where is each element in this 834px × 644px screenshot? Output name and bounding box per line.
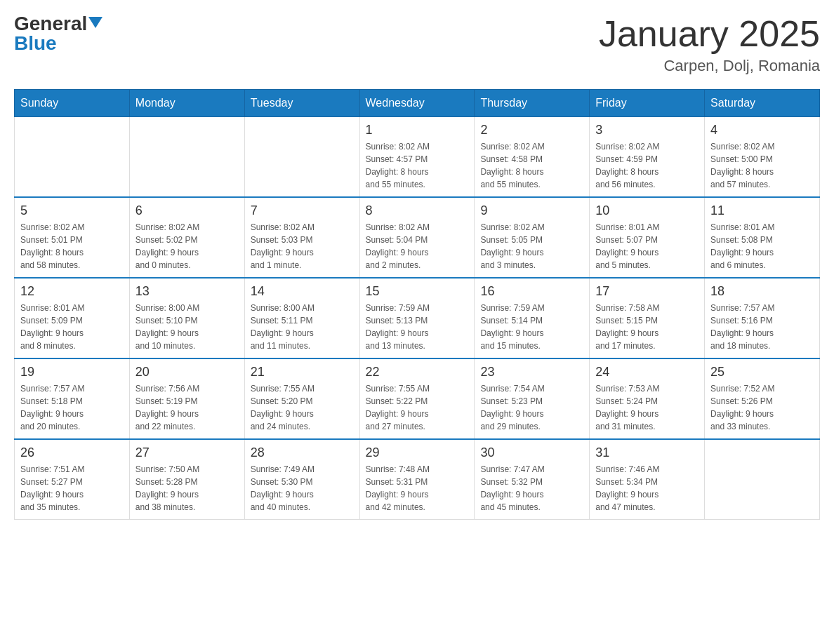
day-number: 5 (20, 203, 124, 218)
calendar-header-friday: Friday (590, 90, 705, 117)
day-number: 25 (710, 365, 814, 380)
month-title: January 2025 (599, 14, 820, 54)
day-info: Sunrise: 7:47 AM Sunset: 5:32 PM Dayligh… (480, 463, 583, 514)
day-number: 31 (595, 445, 699, 460)
calendar-header-saturday: Saturday (705, 90, 820, 117)
calendar-cell: 1Sunrise: 8:02 AM Sunset: 4:57 PM Daylig… (359, 117, 475, 198)
day-number: 12 (20, 284, 124, 299)
day-info: Sunrise: 8:02 AM Sunset: 5:04 PM Dayligh… (366, 221, 469, 271)
location: Carpen, Dolj, Romania (599, 57, 820, 75)
day-info: Sunrise: 7:56 AM Sunset: 5:19 PM Dayligh… (135, 382, 239, 433)
day-number: 24 (595, 365, 699, 380)
logo-triangle-icon (88, 17, 102, 28)
day-info: Sunrise: 8:02 AM Sunset: 5:00 PM Dayligh… (710, 140, 814, 191)
calendar-cell: 14Sunrise: 8:00 AM Sunset: 5:11 PM Dayli… (244, 278, 359, 358)
calendar-cell: 21Sunrise: 7:55 AM Sunset: 5:20 PM Dayli… (244, 358, 359, 439)
calendar-header-thursday: Thursday (475, 90, 590, 117)
calendar-cell: 13Sunrise: 8:00 AM Sunset: 5:10 PM Dayli… (129, 278, 244, 358)
calendar-cell: 3Sunrise: 8:02 AM Sunset: 4:59 PM Daylig… (590, 117, 705, 198)
day-info: Sunrise: 7:53 AM Sunset: 5:24 PM Dayligh… (595, 382, 699, 433)
calendar-cell (705, 439, 820, 520)
day-info: Sunrise: 7:52 AM Sunset: 5:26 PM Dayligh… (710, 382, 814, 433)
calendar-week-row: 1Sunrise: 8:02 AM Sunset: 4:57 PM Daylig… (15, 117, 820, 198)
day-number: 7 (251, 203, 354, 218)
calendar-week-row: 19Sunrise: 7:57 AM Sunset: 5:18 PM Dayli… (15, 358, 820, 439)
calendar-cell: 16Sunrise: 7:59 AM Sunset: 5:14 PM Dayli… (475, 278, 590, 358)
day-number: 14 (251, 284, 354, 299)
calendar-cell (129, 117, 244, 198)
day-number: 18 (710, 284, 814, 299)
day-number: 6 (135, 203, 239, 218)
day-number: 10 (595, 203, 699, 218)
day-info: Sunrise: 7:51 AM Sunset: 5:27 PM Dayligh… (20, 463, 124, 514)
day-info: Sunrise: 8:01 AM Sunset: 5:09 PM Dayligh… (20, 302, 124, 352)
day-info: Sunrise: 8:02 AM Sunset: 5:05 PM Dayligh… (480, 221, 583, 271)
calendar-cell: 19Sunrise: 7:57 AM Sunset: 5:18 PM Dayli… (15, 358, 130, 439)
title-block: January 2025 Carpen, Dolj, Romania (599, 14, 820, 75)
calendar-header-wednesday: Wednesday (359, 90, 475, 117)
day-info: Sunrise: 7:57 AM Sunset: 5:18 PM Dayligh… (20, 382, 124, 433)
calendar-cell: 24Sunrise: 7:53 AM Sunset: 5:24 PM Dayli… (590, 358, 705, 439)
day-info: Sunrise: 8:02 AM Sunset: 4:57 PM Dayligh… (366, 140, 469, 191)
day-info: Sunrise: 7:57 AM Sunset: 5:16 PM Dayligh… (710, 302, 814, 352)
day-number: 17 (595, 284, 699, 299)
calendar-cell: 29Sunrise: 7:48 AM Sunset: 5:31 PM Dayli… (359, 439, 475, 520)
calendar-cell: 18Sunrise: 7:57 AM Sunset: 5:16 PM Dayli… (705, 278, 820, 358)
day-info: Sunrise: 7:58 AM Sunset: 5:15 PM Dayligh… (595, 302, 699, 352)
day-number: 1 (366, 123, 469, 137)
calendar-cell: 17Sunrise: 7:58 AM Sunset: 5:15 PM Dayli… (590, 278, 705, 358)
calendar-cell: 22Sunrise: 7:55 AM Sunset: 5:22 PM Dayli… (359, 358, 475, 439)
day-number: 26 (20, 445, 124, 460)
calendar-cell: 15Sunrise: 7:59 AM Sunset: 5:13 PM Dayli… (359, 278, 475, 358)
day-number: 30 (480, 445, 583, 460)
calendar-cell: 5Sunrise: 8:02 AM Sunset: 5:01 PM Daylig… (15, 197, 130, 278)
calendar-table: SundayMondayTuesdayWednesdayThursdayFrid… (14, 89, 820, 520)
calendar-cell: 11Sunrise: 8:01 AM Sunset: 5:08 PM Dayli… (705, 197, 820, 278)
day-info: Sunrise: 7:55 AM Sunset: 5:22 PM Dayligh… (366, 382, 469, 433)
calendar-cell: 7Sunrise: 8:02 AM Sunset: 5:03 PM Daylig… (244, 197, 359, 278)
day-number: 4 (710, 123, 814, 137)
day-number: 8 (366, 203, 469, 218)
calendar-cell: 12Sunrise: 8:01 AM Sunset: 5:09 PM Dayli… (15, 278, 130, 358)
day-info: Sunrise: 7:59 AM Sunset: 5:13 PM Dayligh… (366, 302, 469, 352)
day-number: 13 (135, 284, 239, 299)
calendar-cell: 28Sunrise: 7:49 AM Sunset: 5:30 PM Dayli… (244, 439, 359, 520)
day-number: 27 (135, 445, 239, 460)
day-info: Sunrise: 7:49 AM Sunset: 5:30 PM Dayligh… (251, 463, 354, 514)
day-info: Sunrise: 7:59 AM Sunset: 5:14 PM Dayligh… (480, 302, 583, 352)
calendar-cell: 9Sunrise: 8:02 AM Sunset: 5:05 PM Daylig… (475, 197, 590, 278)
day-info: Sunrise: 7:55 AM Sunset: 5:20 PM Dayligh… (251, 382, 354, 433)
calendar-header-monday: Monday (129, 90, 244, 117)
day-info: Sunrise: 7:48 AM Sunset: 5:31 PM Dayligh… (366, 463, 469, 514)
calendar-header-sunday: Sunday (15, 90, 130, 117)
day-number: 15 (366, 284, 469, 299)
day-info: Sunrise: 8:02 AM Sunset: 4:59 PM Dayligh… (595, 140, 699, 191)
day-info: Sunrise: 8:00 AM Sunset: 5:11 PM Dayligh… (251, 302, 354, 352)
calendar-cell: 25Sunrise: 7:52 AM Sunset: 5:26 PM Dayli… (705, 358, 820, 439)
calendar-cell: 23Sunrise: 7:54 AM Sunset: 5:23 PM Dayli… (475, 358, 590, 439)
day-info: Sunrise: 8:02 AM Sunset: 5:03 PM Dayligh… (251, 221, 354, 271)
day-number: 3 (595, 123, 699, 137)
day-number: 22 (366, 365, 469, 380)
page-header: General Blue January 2025 Carpen, Dolj, … (14, 14, 820, 75)
day-info: Sunrise: 8:00 AM Sunset: 5:10 PM Dayligh… (135, 302, 239, 352)
calendar-cell: 31Sunrise: 7:46 AM Sunset: 5:34 PM Dayli… (590, 439, 705, 520)
calendar-cell: 30Sunrise: 7:47 AM Sunset: 5:32 PM Dayli… (475, 439, 590, 520)
calendar-week-row: 12Sunrise: 8:01 AM Sunset: 5:09 PM Dayli… (15, 278, 820, 358)
day-info: Sunrise: 8:02 AM Sunset: 5:01 PM Dayligh… (20, 221, 124, 271)
calendar-cell: 4Sunrise: 8:02 AM Sunset: 5:00 PM Daylig… (705, 117, 820, 198)
calendar-cell: 26Sunrise: 7:51 AM Sunset: 5:27 PM Dayli… (15, 439, 130, 520)
logo-general-text: General (14, 14, 87, 34)
day-info: Sunrise: 8:01 AM Sunset: 5:07 PM Dayligh… (595, 221, 699, 271)
day-number: 20 (135, 365, 239, 380)
day-info: Sunrise: 8:02 AM Sunset: 5:02 PM Dayligh… (135, 221, 239, 271)
calendar-cell (244, 117, 359, 198)
day-number: 23 (480, 365, 583, 380)
calendar-week-row: 5Sunrise: 8:02 AM Sunset: 5:01 PM Daylig… (15, 197, 820, 278)
calendar-cell: 6Sunrise: 8:02 AM Sunset: 5:02 PM Daylig… (129, 197, 244, 278)
day-info: Sunrise: 7:46 AM Sunset: 5:34 PM Dayligh… (595, 463, 699, 514)
day-number: 28 (251, 445, 354, 460)
calendar-cell (15, 117, 130, 198)
day-number: 9 (480, 203, 583, 218)
day-info: Sunrise: 7:50 AM Sunset: 5:28 PM Dayligh… (135, 463, 239, 514)
